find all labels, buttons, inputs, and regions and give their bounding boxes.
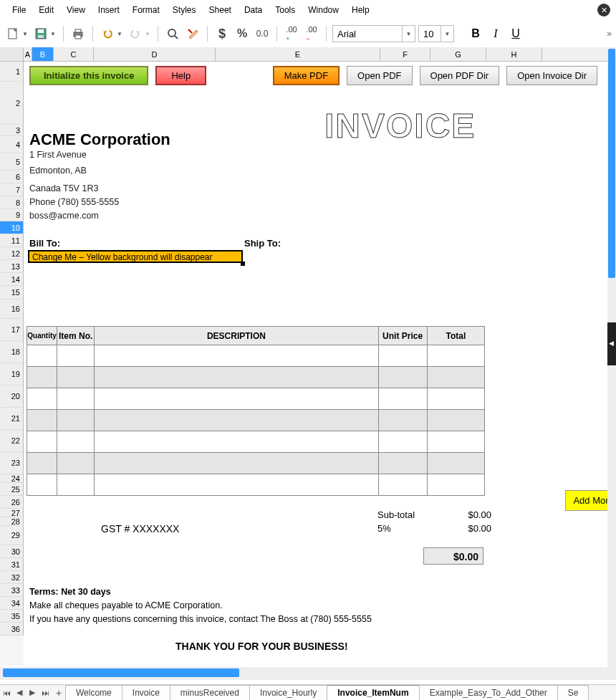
row-header-36[interactable]: 36 (0, 623, 24, 636)
tab-prev-icon[interactable]: ◀ (13, 685, 26, 701)
table-row[interactable] (27, 431, 485, 453)
col-header-f[interactable]: F (380, 47, 430, 61)
table-row[interactable] (27, 453, 485, 474)
clear-format-icon[interactable] (184, 25, 201, 42)
font-name-select[interactable]: ▼ (332, 25, 415, 42)
close-icon[interactable]: ✕ (597, 4, 610, 16)
row-header-12[interactable]: 12 (0, 247, 24, 260)
row-header-33[interactable]: 33 (0, 584, 24, 597)
toolbar-overflow-icon[interactable]: » (604, 26, 615, 42)
row-header-34[interactable]: 34 (0, 597, 24, 610)
row-header-5[interactable]: 5 (0, 153, 24, 171)
row-header-1[interactable]: 1 (0, 62, 24, 82)
table-row[interactable] (27, 410, 485, 431)
col-header-g[interactable]: G (430, 47, 486, 61)
menu-window[interactable]: Window (302, 2, 345, 18)
col-header-d[interactable]: D (94, 47, 216, 61)
row-header-15[interactable]: 15 (0, 286, 24, 299)
font-name-input[interactable] (333, 26, 402, 42)
menu-tools[interactable]: Tools (269, 2, 302, 18)
row-header-8[interactable]: 8 (0, 196, 24, 209)
col-header-b[interactable]: B (32, 47, 54, 61)
initialize-invoice-button[interactable]: Initialize this invoice (29, 66, 148, 85)
row-header-32[interactable]: 32 (0, 571, 24, 584)
col-description[interactable]: DESCRIPTION (95, 327, 378, 345)
col-unit-price[interactable]: Unit Price (378, 327, 427, 345)
col-header-c[interactable]: C (54, 47, 94, 61)
row-header-19[interactable]: 19 (0, 363, 24, 385)
col-header-e[interactable]: E (216, 47, 380, 61)
menu-edit[interactable]: Edit (32, 2, 60, 18)
add-more-rows-button[interactable]: Add More Ro (565, 490, 607, 511)
font-name-dropdown[interactable]: ▼ (402, 26, 415, 42)
row-header-27[interactable]: 27 (0, 509, 24, 517)
row-header-31[interactable]: 31 (0, 558, 24, 571)
row-header-3[interactable]: 3 (0, 125, 24, 136)
menu-styles[interactable]: Styles (166, 2, 203, 18)
row-header-24[interactable]: 24 (0, 474, 24, 483)
row-header-14[interactable]: 14 (0, 273, 24, 286)
open-pdf-button[interactable]: Open PDF (347, 66, 412, 85)
select-all-corner[interactable] (0, 47, 24, 61)
find-icon[interactable] (164, 25, 181, 42)
undo-icon[interactable] (99, 25, 116, 42)
italic-button[interactable]: I (487, 25, 504, 42)
row-header-29[interactable]: 29 (0, 526, 24, 545)
row-header-21[interactable]: 21 (0, 408, 24, 430)
table-row[interactable] (27, 388, 485, 410)
add-decimal-icon[interactable]: .00+ (283, 25, 300, 42)
row-header-25[interactable]: 25 (0, 483, 24, 496)
cell-grid[interactable]: Initialize this invoice Help Make PDF Op… (24, 62, 607, 666)
tab-first-icon[interactable]: ⏮ (0, 685, 13, 701)
menu-file[interactable]: File (6, 2, 32, 18)
undo-dropdown[interactable]: ▼ (117, 31, 124, 37)
col-header-a[interactable]: A (24, 47, 32, 61)
sheet-tab-example-easy-to-add-other[interactable]: Example_Easy_To_Add_Other (419, 685, 558, 701)
tab-next-icon[interactable]: ▶ (26, 685, 39, 701)
table-row[interactable] (27, 345, 485, 367)
sheet-tab-invoice-itemnum[interactable]: Invoice_ItemNum (327, 685, 419, 701)
percent-icon[interactable]: % (234, 25, 251, 42)
row-header-23[interactable]: 23 (0, 452, 24, 474)
tab-last-icon[interactable]: ⏭ (39, 685, 52, 701)
font-size-input[interactable] (419, 26, 441, 42)
sheet-tab-invoice[interactable]: Invoice (122, 685, 170, 701)
new-doc-icon[interactable] (4, 25, 21, 42)
font-size-select[interactable]: ▼ (418, 25, 454, 42)
save-icon[interactable] (32, 25, 49, 42)
save-dropdown[interactable]: ▼ (50, 31, 57, 37)
menu-view[interactable]: View (60, 2, 92, 18)
sheet-tab-minusreceived[interactable]: minusReceived (170, 685, 250, 701)
number-format-icon[interactable]: 0.0 (254, 25, 271, 42)
redo-icon[interactable] (127, 25, 144, 42)
row-header-26[interactable]: 26 (0, 496, 24, 509)
row-header-2[interactable]: 2 (0, 82, 24, 125)
row-header-13[interactable]: 13 (0, 260, 24, 273)
col-header-h[interactable]: H (486, 47, 542, 61)
font-size-dropdown[interactable]: ▼ (441, 26, 453, 42)
sheet-tab-invoice-hourly[interactable]: Invoice_Hourly (249, 685, 327, 701)
currency-icon[interactable]: $ (213, 25, 231, 42)
menu-sheet[interactable]: Sheet (203, 2, 238, 18)
row-header-20[interactable]: 20 (0, 385, 24, 408)
col-item-no[interactable]: Item No. (57, 327, 95, 345)
col-total[interactable]: Total (427, 327, 484, 345)
cell-fill-handle[interactable] (241, 262, 245, 266)
col-quantity[interactable]: Quantity (27, 327, 57, 345)
row-header-11[interactable]: 11 (0, 234, 24, 247)
active-cell-b10[interactable]: Change Me – Yellow background will disap… (28, 250, 243, 263)
menu-data[interactable]: Data (238, 2, 269, 18)
make-pdf-button[interactable]: Make PDF (273, 66, 340, 85)
horizontal-scroll-thumb[interactable] (3, 668, 239, 677)
row-header-28[interactable]: 28 (0, 517, 24, 526)
bold-button[interactable]: B (467, 25, 484, 42)
row-header-10[interactable]: 10 (0, 221, 24, 234)
redo-dropdown[interactable]: ▼ (145, 31, 152, 37)
open-pdf-dir-button[interactable]: Open PDF Dir (420, 66, 500, 85)
new-doc-dropdown[interactable]: ▼ (22, 31, 29, 37)
row-header-30[interactable]: 30 (0, 545, 24, 558)
row-header-17[interactable]: 17 (0, 319, 24, 341)
horizontal-scrollbar[interactable] (0, 667, 607, 680)
row-header-9[interactable]: 9 (0, 209, 24, 221)
menu-insert[interactable]: Insert (92, 2, 126, 18)
